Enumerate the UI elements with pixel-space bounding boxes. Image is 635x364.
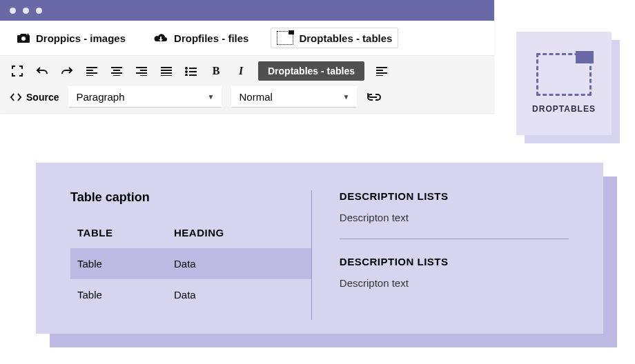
link-button[interactable]	[367, 90, 382, 105]
panel-left: Table caption TABLE HEADING Table Data T…	[70, 190, 311, 320]
description-list-title: DESCRIPTION LISTS	[340, 256, 569, 267]
svg-point-4	[186, 74, 187, 76]
tab-droppics[interactable]: Droppics - images	[11, 30, 131, 47]
plugin-tabs: Droppics - images Dropfiles - files Drop…	[0, 21, 494, 56]
style-select[interactable]: Normal ▼	[231, 86, 357, 108]
content-panel: Table caption TABLE HEADING Table Data T…	[36, 163, 603, 334]
list-button[interactable]	[184, 63, 199, 79]
svg-point-1	[27, 34, 28, 35]
toolbar-row-2: Source Paragraph ▼ Normal ▼	[10, 86, 485, 108]
window-dot	[10, 8, 16, 14]
camera-icon	[17, 32, 30, 43]
droptables-card[interactable]: DROPTABLES	[516, 32, 612, 135]
tab-label: Droppics - images	[36, 32, 126, 44]
align-justify-button[interactable]	[159, 63, 174, 79]
table-cell: Data	[167, 279, 311, 310]
table-cell: Table	[70, 279, 167, 310]
droptables-card-label: DROPTABLES	[532, 104, 596, 114]
description-list-text: Descripton text	[340, 212, 569, 223]
style-select-value: Normal	[239, 91, 272, 103]
align-center-button[interactable]	[109, 63, 124, 79]
table-caption: Table caption	[70, 190, 311, 205]
chevron-down-icon: ▼	[343, 93, 350, 101]
window-dot	[36, 8, 42, 14]
tab-label: Droptables - tables	[299, 32, 392, 44]
format-select[interactable]: Paragraph ▼	[68, 86, 222, 108]
paragraph-align-button[interactable]	[374, 63, 389, 79]
window-titlebar	[0, 0, 494, 21]
tab-label: Dropfiles - files	[174, 32, 248, 44]
panel-right: DESCRIPTION LISTS Descripton text DESCRI…	[311, 190, 569, 320]
fullscreen-button[interactable]	[10, 63, 25, 79]
bold-button[interactable]: B	[208, 63, 224, 79]
divider	[340, 239, 569, 239]
redo-button[interactable]	[59, 63, 75, 79]
svg-point-2	[186, 68, 187, 69]
align-right-button[interactable]	[134, 63, 149, 79]
cloud-download-icon	[153, 32, 168, 43]
tab-dropfiles[interactable]: Dropfiles - files	[148, 30, 254, 47]
droptables-chip[interactable]: Droptables - tables	[258, 61, 364, 81]
source-label: Source	[26, 92, 59, 103]
toolbar-row-1: B I Droptables - tables	[10, 61, 485, 81]
align-left-button[interactable]	[84, 63, 99, 79]
undo-button[interactable]	[35, 63, 50, 79]
window-dot	[23, 8, 29, 14]
example-table: TABLE HEADING Table Data Table Data	[70, 217, 311, 310]
description-list-text: Descripton text	[340, 277, 569, 289]
svg-point-3	[186, 71, 187, 72]
table-header: HEADING	[167, 217, 311, 248]
svg-point-0	[21, 37, 26, 41]
italic-button[interactable]: I	[233, 63, 248, 79]
table-header: TABLE	[70, 217, 167, 248]
editor-window: Droppics - images Dropfiles - files Drop…	[0, 0, 494, 113]
droptables-icon	[536, 53, 592, 96]
format-select-value: Paragraph	[76, 91, 124, 103]
droptables-icon	[277, 31, 293, 45]
source-button[interactable]: Source	[10, 92, 59, 103]
tab-droptables[interactable]: Droptables - tables	[271, 28, 398, 48]
chevron-down-icon: ▼	[208, 93, 215, 101]
table-cell: Table	[70, 248, 167, 279]
table-cell: Data	[167, 248, 311, 279]
description-list-title: DESCRIPTION LISTS	[340, 190, 569, 202]
editor-toolbar: B I Droptables - tables Source Paragraph…	[0, 56, 494, 113]
